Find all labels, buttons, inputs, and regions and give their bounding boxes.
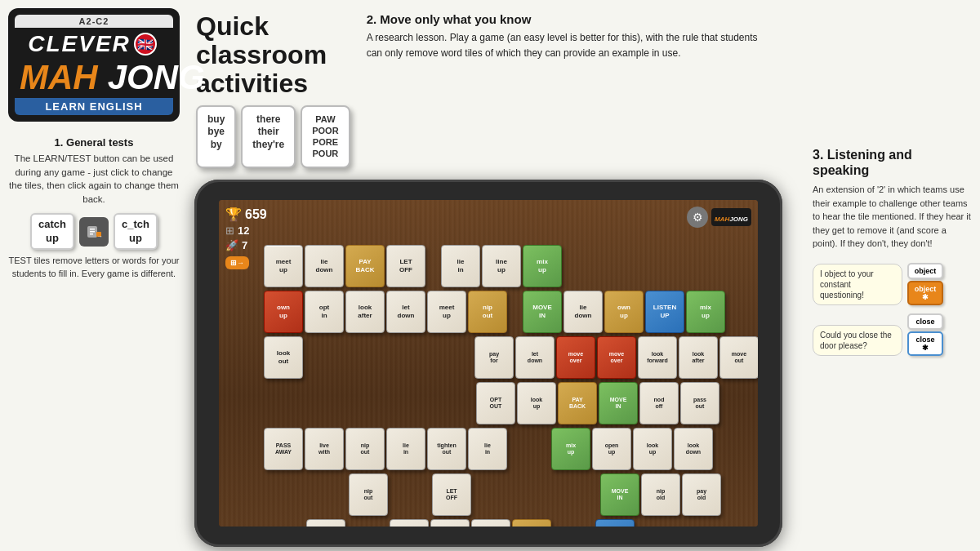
s15 (390, 473, 430, 516)
tile-catch-up[interactable]: catchup (30, 213, 74, 251)
speech-row-1: I object to your constant questioning! o… (813, 263, 972, 305)
tile-nod-off[interactable]: nodoff (639, 382, 679, 424)
tile-tighten-out[interactable]: tightenout (427, 428, 466, 470)
speech-row-2: Could you close the door please? close c… (813, 313, 972, 356)
tile-lie-in-2[interactable]: liein (386, 428, 425, 470)
quick-activities-title: Quick classroom activities (196, 12, 350, 99)
tile-object-plain[interactable]: object (907, 263, 943, 279)
tile-let-down-2[interactable]: letdown (515, 336, 555, 379)
tile-own-up[interactable]: ownup (264, 291, 303, 333)
tile-live-with[interactable]: livewith (305, 428, 344, 470)
tile-log-in-on[interactable]: login/on (430, 519, 470, 527)
action-button[interactable]: ⊞→ (225, 256, 249, 269)
tile-nip-out-3[interactable]: nipout (349, 473, 388, 516)
tile-let-off[interactable]: LETOFF (386, 245, 425, 287)
tile-look-out[interactable]: lookout (264, 336, 303, 379)
listening-section: 3. Listening and speaking An extension o… (813, 147, 972, 251)
s9 (349, 382, 390, 424)
tile-object-orange[interactable]: object✱ (907, 281, 943, 305)
tiles-playing-area[interactable]: meetup liedown PAYBACK LETOFF liein line… (264, 245, 754, 522)
tile-there-their[interactable]: theretheirthey're (241, 105, 296, 168)
tile-look-after-2[interactable]: lookafter (679, 336, 718, 379)
tile-close-blue[interactable]: close✱ (907, 331, 943, 356)
tile-let-off-2[interactable]: LETOFF (432, 473, 471, 516)
tile-look-out-2[interactable]: lookout (390, 519, 429, 527)
tile-move-out[interactable]: moveout (719, 336, 758, 379)
tile-look-after[interactable]: lookafter (345, 291, 385, 333)
tile-row-1: meetup liedown PAYBACK LETOFF liein line… (264, 245, 562, 287)
tile-nip-out[interactable]: nipout (468, 291, 507, 333)
tile-opt-in[interactable]: optin (305, 291, 344, 333)
speech-bubble-2: Could you close the door please? (813, 325, 902, 356)
tile-pay-for[interactable]: payfor (474, 336, 514, 379)
s17 (515, 473, 556, 516)
tile-mix-up-1[interactable]: mixup (523, 245, 562, 287)
tile-move-in[interactable]: MOVEIN (523, 291, 562, 333)
ipad-frame: 🏆 659 ⊞ 12 🚀 7 ⊞→ ⚙ MAHJONG (194, 180, 782, 547)
tile-pay-old[interactable]: payold (682, 473, 721, 516)
tile-close-plain[interactable]: close (907, 313, 943, 330)
tile-meet-up[interactable]: meetup (264, 245, 303, 287)
rocket-icon: 🚀 (225, 239, 238, 251)
tile-pay-back-1[interactable]: PAYBACK (345, 245, 385, 287)
logo-jong: JONG (103, 58, 210, 96)
tile-look-up-2[interactable]: lookup (633, 428, 672, 470)
tile-own-up-2[interactable]: ownup (604, 291, 644, 333)
tile-nip-out-2[interactable]: nipout (345, 428, 385, 470)
tile-row-3: lookout payfor letdown moveover moveover… (264, 336, 758, 379)
tile-meet-up-3[interactable]: meetup (471, 519, 510, 527)
s10 (391, 382, 432, 424)
tile-move-in-2[interactable]: MOVEIN (599, 382, 638, 424)
learn-test-icon[interactable]: → (79, 217, 109, 247)
tile-look-forward[interactable]: lookforward (638, 336, 677, 379)
tile-look-up[interactable]: lookup (517, 382, 556, 424)
svg-text:→: → (97, 233, 102, 239)
tile-paw-poor[interactable]: PAWPOORPOREPOUR (301, 105, 350, 168)
s18 (558, 473, 599, 516)
app-logo: A2-C2 CLEVER 🇬🇧 MAHJONG LEARN ENGLISH (8, 8, 180, 122)
speech-bubbles-area: I object to your constant questioning! o… (813, 263, 972, 356)
tile-lie-down-1[interactable]: liedown (305, 245, 344, 287)
tile-mix-up-2[interactable]: mixup (686, 291, 725, 333)
tile-move-over-1[interactable]: moveover (556, 336, 595, 379)
tile-listen-up[interactable]: LISTENUP (645, 291, 684, 333)
tile-let-off-3[interactable]: LETOFF (512, 519, 551, 527)
tile-look-down[interactable]: lookdown (674, 428, 713, 470)
game-top-right: ⚙ MAHJONG (687, 207, 751, 228)
tile-move-in-3[interactable]: MOVEIN (600, 473, 639, 516)
tile-listen-in-on[interactable]: LISTENIN/ON (595, 519, 635, 527)
tiles-display: ⊞ 12 (225, 224, 267, 237)
logo-clever-row: CLEVER 🇬🇧 (15, 28, 173, 60)
tile-pay-back-2[interactable]: PAYBACK (558, 382, 597, 424)
s14 (306, 473, 347, 516)
score-display: 🏆 659 (225, 207, 267, 222)
tile-lie-in-3[interactable]: liein (468, 428, 507, 470)
settings-button[interactable]: ⚙ (687, 207, 708, 228)
s13 (264, 473, 305, 516)
tile-opt-out[interactable]: OPTOUT (476, 382, 515, 424)
ipad-screen[interactable]: 🏆 659 ⊞ 12 🚀 7 ⊞→ ⚙ MAHJONG (219, 200, 758, 527)
rocket-count: 7 (242, 239, 247, 251)
header-left: Quick classroom activities buybyeby ther… (196, 12, 350, 180)
logo-flag-icon: 🇬🇧 (134, 33, 157, 56)
tile-pass-away[interactable]: PASSAWAY (264, 428, 303, 470)
tile-row-7: letdown lookout login/on meetup LETOFF L… (264, 519, 635, 527)
tiles-count: 12 (238, 224, 249, 237)
tile-open-up[interactable]: openup (592, 428, 631, 470)
tile-buy-bye[interactable]: buybyeby (196, 105, 236, 168)
tile-let-down-3[interactable]: letdown (306, 519, 345, 527)
tile-pass-out[interactable]: passout (680, 382, 719, 424)
tile-mix-up-3[interactable]: mixup (551, 428, 590, 470)
tile-ctch-up[interactable]: c_tchup (114, 213, 158, 251)
spacer3 (305, 336, 345, 379)
s11 (434, 382, 474, 424)
tile-meet-up-2[interactable]: meetup (427, 291, 466, 333)
logo-mah: MAH (15, 58, 103, 96)
tile-row-5: PASSAWAY livewith nipout liein tightenou… (264, 428, 713, 470)
tile-lie-down-2[interactable]: liedown (564, 291, 603, 333)
tile-let-down[interactable]: letdown (386, 291, 425, 333)
tile-line-up[interactable]: lineup (482, 245, 521, 287)
tile-lie-in[interactable]: liein (441, 245, 480, 287)
tile-nip-old[interactable]: nipold (641, 473, 680, 516)
tile-move-over-2[interactable]: moveover (597, 336, 636, 379)
